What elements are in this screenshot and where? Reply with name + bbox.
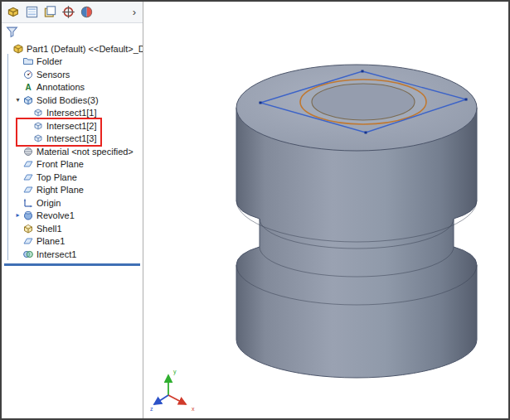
expand-right-icon[interactable]: ▸	[13, 212, 22, 219]
tree-item-intersect1-1[interactable]: Intersect1[1]	[2, 107, 143, 120]
triad-z-axis	[154, 395, 168, 404]
tree-item-label: Annotations	[36, 82, 85, 92]
tree-item-intersect1-3[interactable]: Intersect1[3]	[2, 133, 143, 146]
material-icon	[22, 146, 34, 157]
expand-down-icon[interactable]: ▾	[13, 97, 22, 104]
plane-icon	[22, 158, 34, 170]
solidworks-window: › Part1 (Default) <<Default>_Display SFo…	[0, 0, 510, 420]
dimxpert-tab-icon[interactable]	[61, 5, 75, 19]
intersect-icon	[22, 249, 34, 260]
feature-manager-panel: › Part1 (Default) <<Default>_Display SFo…	[2, 2, 143, 418]
tree-item-label: Plane1	[36, 236, 65, 246]
tree-item-material-not-specified[interactable]: Material <not specified>	[2, 145, 143, 158]
tree-item-front-plane[interactable]: Front Plane	[2, 158, 143, 171]
tree-item-label: Right Plane	[36, 185, 84, 195]
tree-item-label: Intersect1	[36, 249, 76, 259]
plane-icon	[22, 184, 34, 196]
filter-row	[2, 23, 143, 41]
triad-x-axis	[168, 395, 186, 404]
tree-item-label: Folder	[36, 56, 62, 66]
tree-item-label: Intersect1[1]	[46, 108, 97, 118]
origin-icon	[22, 197, 34, 209]
body-icon	[32, 107, 44, 118]
shell-icon	[22, 223, 34, 234]
tree-item-label: Sensors	[36, 70, 70, 80]
triad-x-label: x	[192, 406, 195, 412]
tree-item-origin[interactable]: Origin	[2, 196, 143, 210]
configurationmanager-tab-icon[interactable]	[43, 5, 57, 19]
tree-item-label: Shell1	[36, 224, 62, 234]
tree-item-annotations[interactable]: AAnnotations	[2, 81, 143, 94]
orientation-triad: y x z	[150, 364, 208, 413]
tree-item-label: Intersect1[3]	[46, 133, 97, 143]
tree-item-plane1[interactable]: Plane1	[2, 235, 143, 249]
displaymanager-tab-icon[interactable]	[80, 5, 94, 19]
tree-item-label: Revolve1	[36, 210, 75, 220]
plane-icon	[22, 235, 34, 247]
tree-item-label: Front Plane	[36, 159, 84, 169]
sensors-icon	[22, 69, 34, 80]
tree-item-sensors[interactable]: Sensors	[2, 68, 143, 81]
body-icon	[32, 120, 44, 132]
plane-icon	[22, 171, 34, 183]
svg-text:A: A	[25, 83, 31, 92]
tree-item-label: Top Plane	[36, 172, 77, 182]
annotations-icon: A	[22, 81, 34, 93]
tree-item-label: Material <not specified>	[36, 147, 134, 157]
rollback-bar[interactable]	[4, 263, 140, 266]
triad-y-label: y	[173, 369, 177, 375]
tree-item-right-plane[interactable]: Right Plane	[2, 184, 143, 197]
filter-funnel-icon[interactable]	[6, 26, 18, 38]
tree-item-shell1[interactable]: Shell1	[2, 222, 143, 235]
revolve-icon	[22, 210, 34, 221]
featuremanager-tab-icon[interactable]	[7, 5, 21, 19]
tree-item-top-plane[interactable]: Top Plane	[2, 171, 143, 184]
tree-item-part1-default-default-display-s[interactable]: Part1 (Default) <<Default>_Display S	[2, 42, 143, 56]
graphics-viewport[interactable]: y x z	[143, 2, 508, 418]
tree-item-intersect1[interactable]: Intersect1	[2, 248, 143, 261]
panel-tab-bar: ›	[2, 2, 143, 23]
tree-item-label: Intersect1[2]	[46, 121, 97, 131]
part-icon	[12, 43, 24, 55]
tree-item-revolve1[interactable]: ▸Revolve1	[2, 210, 143, 223]
feature-tree: Part1 (Default) <<Default>_Display SFold…	[2, 41, 143, 261]
model-3d[interactable]	[143, 2, 508, 418]
solid-bodies-icon	[22, 94, 34, 106]
tree-item-label: Part1 (Default) <<Default>_Display S	[27, 44, 143, 54]
tree-item-intersect1-2[interactable]: Intersect1[2]	[2, 119, 143, 133]
triad-z-label: z	[150, 406, 153, 412]
tree-item-label: Origin	[36, 198, 61, 208]
chevron-right-icon[interactable]: ›	[131, 7, 138, 17]
tree-item-label: Solid Bodies(3)	[36, 95, 99, 105]
tree-item-folder[interactable]: Folder	[2, 56, 143, 69]
body-icon	[32, 133, 44, 144]
propertymanager-tab-icon[interactable]	[25, 5, 39, 19]
folder-icon	[22, 56, 34, 67]
tree-item-solid-bodies-3[interactable]: ▾Solid Bodies(3)	[2, 94, 143, 107]
